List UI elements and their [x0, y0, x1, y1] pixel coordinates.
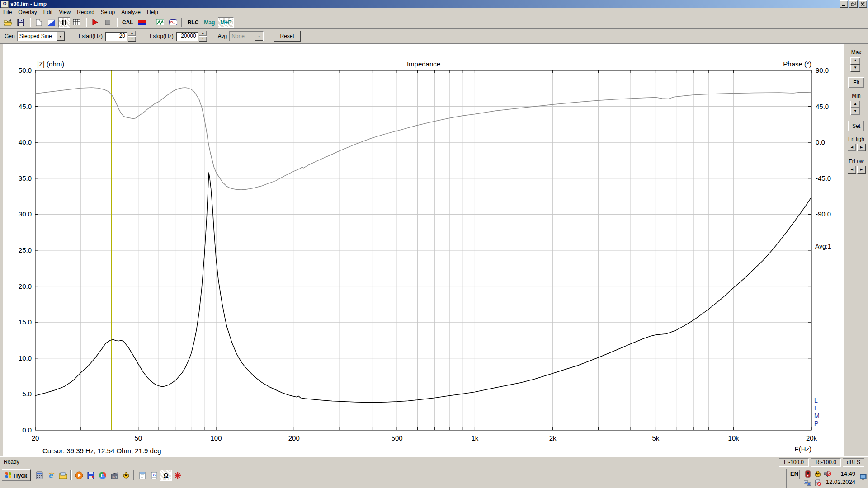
max-spin-down[interactable]: ▼ [850, 65, 860, 72]
y-left-tick-label: 25.0 [19, 246, 32, 254]
right-level-indicator: R:-100.0 [811, 458, 841, 467]
frhigh-right-arrow[interactable]: ▶ [857, 144, 866, 151]
generator-type-value: Stepped Sine [18, 33, 57, 39]
avg-count: Avg:1 [815, 243, 831, 250]
frlow-right-arrow[interactable]: ▶ [857, 166, 866, 174]
y-left-tick-label: 20.0 [19, 282, 32, 290]
quick-launch-messenger-bee-icon[interactable] [120, 470, 132, 481]
start-measurement-icon[interactable] [89, 17, 101, 28]
reset-button[interactable]: Reset [274, 31, 301, 42]
menu-item-setup[interactable]: Setup [98, 8, 118, 16]
generator-type-select[interactable]: Stepped Sine ▼ [17, 31, 65, 41]
fstop-spin-down[interactable]: ▼ [199, 36, 207, 42]
toolbar: CALRLCMagM+P [0, 16, 868, 29]
stop-measurement-icon[interactable] [102, 17, 113, 28]
fstart-label: Fstart(Hz) [79, 33, 103, 39]
tray-offline-flag-icon[interactable] [814, 479, 821, 487]
chevron-down-icon: ▼ [255, 32, 263, 41]
min-spin-down[interactable]: ▼ [850, 108, 860, 115]
quick-launch-media-player-classic-icon[interactable]: 321 [108, 470, 120, 481]
language-indicator[interactable]: EN [789, 470, 800, 479]
quick-launch-bar: e321AΩ [33, 469, 184, 481]
chevron-down-icon[interactable]: ▼ [57, 32, 65, 41]
show-desktop-icon[interactable] [860, 474, 867, 482]
menu-item-file[interactable]: File [0, 8, 15, 16]
tray-clock[interactable]: 14:49 12.02.2024 [826, 470, 855, 486]
minimize-button[interactable] [840, 0, 848, 8]
app-icon: Ω [1, 1, 9, 8]
quick-launch-media-player-icon[interactable] [73, 470, 85, 481]
fstop-input[interactable]: 20000 [176, 32, 198, 41]
y-left-tick-label: 0.0 [22, 426, 32, 434]
toolbar-separator [181, 18, 183, 27]
menu-item-view[interactable]: View [56, 8, 74, 16]
status-bar: Ready L:-100.0 R:-100.0 dBFS [0, 456, 868, 468]
scale-panel: Max ▲ ▼ Fit Min ▲ ▼ Set FrHigh ◀ ▶ FrLow… [844, 44, 868, 456]
x-tick-label: 10k [728, 434, 740, 442]
pause-icon[interactable] [58, 17, 70, 28]
svg-text:e: e [49, 471, 53, 479]
y-left-tick-label: 5.0 [22, 390, 32, 398]
min-spin-up[interactable]: ▲ [850, 101, 860, 108]
data-table-icon[interactable] [71, 17, 83, 28]
x-tick-label: 500 [392, 434, 403, 442]
menu-item-edit[interactable]: Edit [40, 8, 56, 16]
fstart-input[interactable]: 20 [105, 32, 127, 41]
generator-control-bar: Gen Stepped Sine ▼ Fstart(Hz) 20 ▲ ▼ Fst… [0, 29, 868, 44]
quick-launch-red-asterisk-icon[interactable] [172, 470, 184, 481]
frlow-left-arrow[interactable]: ◀ [848, 166, 856, 174]
impedance-view-icon[interactable] [155, 17, 166, 28]
magnitude-view-button[interactable]: Mag [202, 17, 217, 28]
x-tick-label: 5k [652, 434, 659, 442]
tray-mobile-device-icon[interactable] [804, 470, 811, 478]
save-file-icon[interactable] [15, 17, 27, 28]
menu-item-help[interactable]: Help [144, 8, 161, 16]
y-left-tick-label: 40.0 [19, 138, 32, 146]
frhigh-left-arrow[interactable]: ◀ [848, 144, 856, 151]
menu-item-analyze[interactable]: Analyze [118, 8, 144, 16]
quick-launch-file-explorer-icon[interactable] [57, 470, 69, 481]
fstart-spin-down[interactable]: ▼ [128, 36, 136, 42]
quick-launch-backup-save-icon[interactable] [85, 470, 97, 481]
tray-messenger-bee-icon[interactable] [814, 470, 821, 478]
overlay-curve-icon[interactable] [46, 17, 57, 28]
magnitude-phase-view-button[interactable]: M+P [218, 17, 234, 28]
impedance-plot[interactable]: 50.045.040.035.030.025.020.015.010.05.00… [3, 44, 844, 456]
open-file-icon[interactable] [2, 17, 14, 28]
avg-label: Avg [218, 33, 227, 39]
x-tick-label: 50 [134, 434, 142, 442]
quick-launch-chrome-icon[interactable] [97, 470, 108, 481]
rlc-meter-button[interactable]: RLC [185, 17, 201, 28]
tray-network-status-icon[interactable] [804, 479, 811, 487]
quick-launch-internet-explorer-icon[interactable]: e [45, 470, 57, 481]
quick-launch-wordpad-icon[interactable]: A [148, 470, 160, 481]
phase_deg-curve [35, 88, 811, 190]
y-left-tick-label: 15.0 [19, 318, 32, 326]
gen-label: Gen [5, 33, 15, 39]
x-axis-title: F(Hz) [795, 445, 812, 453]
y-right-tick-label: -45.0 [816, 174, 831, 182]
fstart-spin-up[interactable]: ▲ [128, 31, 136, 36]
impedance_magnitude_ohm-curve [35, 173, 811, 403]
quick-launch-notepad-icon[interactable] [137, 470, 148, 481]
close-button[interactable] [859, 0, 867, 8]
quick-launch-limp-omega-icon[interactable]: Ω [160, 470, 172, 481]
generator-setup-icon[interactable] [137, 17, 148, 28]
restore-button[interactable] [849, 0, 858, 8]
max-spin-up[interactable]: ▲ [850, 57, 860, 65]
menu-item-record[interactable]: Record [74, 8, 98, 16]
fit-button[interactable]: Fit [848, 77, 864, 88]
x-tick-label: 1k [471, 434, 478, 442]
copy-page-icon[interactable] [33, 17, 45, 28]
start-button-label: Пуск [14, 472, 27, 479]
menu-item-overlay[interactable]: Overlay [15, 8, 40, 16]
calibrate-button[interactable]: CAL [120, 17, 136, 28]
frhigh-label: FrHigh [844, 136, 868, 142]
quick-launch-calculator-icon[interactable] [33, 470, 45, 481]
min-label: Min [844, 93, 868, 99]
set-button[interactable]: Set [848, 121, 864, 131]
fstop-spin-up[interactable]: ▲ [199, 31, 207, 36]
status-text: Ready [4, 459, 19, 465]
signal-view-icon[interactable] [167, 17, 179, 28]
start-button[interactable]: Пуск [2, 469, 31, 481]
